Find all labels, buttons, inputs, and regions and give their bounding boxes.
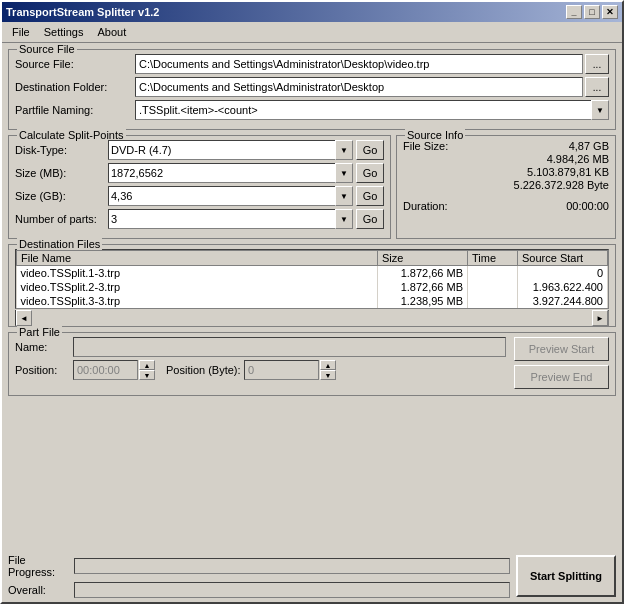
- partfile-label: Partfile Naming:: [15, 104, 135, 116]
- progress-area: File Progress: Overall:: [8, 554, 510, 598]
- col-header-time: Time: [468, 251, 518, 266]
- main-window: TransportStream Splitter v1.2 _ □ ✕ File…: [0, 0, 624, 604]
- row1-source-start: 0: [518, 266, 608, 281]
- row1-time: [468, 266, 518, 281]
- num-parts-dropdown-wrapper: ▼: [108, 209, 353, 229]
- size-mb-dropdown-wrapper: ▼: [108, 163, 353, 183]
- position-spin-down[interactable]: ▼: [139, 370, 155, 380]
- byte-spin-down[interactable]: ▼: [320, 370, 336, 380]
- file-size-row: File Size: 4,87 GB: [403, 140, 609, 152]
- part-file-group: Part File Name: Position: ▲ ▼: [8, 332, 616, 396]
- partfile-dropdown-wrapper: ▼: [135, 100, 609, 120]
- scroll-track[interactable]: [32, 310, 592, 326]
- menu-about[interactable]: About: [91, 24, 132, 40]
- part-name-label: Name:: [15, 341, 70, 353]
- byte-spin-up[interactable]: ▲: [320, 360, 336, 370]
- bottom-area: File Progress: Overall: Start Splitting: [2, 550, 622, 602]
- source-file-input[interactable]: [135, 54, 583, 74]
- size-mb-row: Size (MB): ▼ Go: [15, 163, 384, 183]
- calculate-group: Calculate Split-Points Disk-Type: ▼ Go S…: [8, 135, 391, 239]
- row3-size: 1.238,95 MB: [378, 294, 468, 308]
- destination-row: Destination Folder: ...: [15, 77, 609, 97]
- position-time-input[interactable]: [73, 360, 138, 380]
- close-button[interactable]: ✕: [602, 5, 618, 19]
- position-byte-label: Position (Byte):: [166, 364, 241, 376]
- part-file-section: Name: Position: ▲ ▼ Position (Byte):: [15, 337, 609, 389]
- file-progress-bar: [74, 558, 510, 574]
- start-splitting-button[interactable]: Start Splitting: [516, 555, 616, 597]
- source-info-grid: File Size: 4,87 GB 4.984,26 MB 5.103.879…: [403, 140, 609, 212]
- destination-files-group: Destination Files File Name Size Time So…: [8, 244, 616, 327]
- table-header-row: File Name Size Time Source Start: [17, 251, 608, 266]
- row3-source-start: 3.927.244.800: [518, 294, 608, 308]
- maximize-button[interactable]: □: [584, 5, 600, 19]
- position-spin-up[interactable]: ▲: [139, 360, 155, 370]
- table-row[interactable]: video.TSSplit.2-3.trp 1.872,66 MB 1.963.…: [17, 280, 608, 294]
- source-file-label: Source File:: [15, 58, 135, 70]
- horizontal-scrollbar[interactable]: ◄ ►: [15, 310, 609, 326]
- size-mb-arrow[interactable]: ▼: [335, 163, 353, 183]
- scroll-right-button[interactable]: ►: [592, 310, 608, 326]
- preview-start-button[interactable]: Preview Start: [514, 337, 609, 361]
- table-row[interactable]: video.TSSplit.1-3.trp 1.872,66 MB 0: [17, 266, 608, 281]
- col-header-name: File Name: [17, 251, 378, 266]
- destination-label: Destination Folder:: [15, 81, 135, 93]
- table-row[interactable]: video.TSSplit.3-3.trp 1.238,95 MB 3.927.…: [17, 294, 608, 308]
- disk-type-label: Disk-Type:: [15, 144, 105, 156]
- file-size-value-2: 4.984,26 MB: [547, 153, 609, 165]
- size-gb-dropdown-wrapper: ▼: [108, 186, 353, 206]
- minimize-button[interactable]: _: [566, 5, 582, 19]
- disk-type-input[interactable]: [108, 140, 353, 160]
- position-byte-input[interactable]: [244, 360, 319, 380]
- partfile-dropdown-arrow[interactable]: ▼: [591, 100, 609, 120]
- size-gb-input[interactable]: [108, 186, 353, 206]
- part-file-right: Preview Start Preview End: [514, 337, 609, 389]
- file-size-row-3: 5.103.879,81 KB: [403, 166, 609, 178]
- size-mb-go-button[interactable]: Go: [356, 163, 384, 183]
- disk-type-go-button[interactable]: Go: [356, 140, 384, 160]
- time-input-wrapper: ▲ ▼: [73, 360, 155, 380]
- num-parts-go-button[interactable]: Go: [356, 209, 384, 229]
- scroll-left-button[interactable]: ◄: [16, 310, 32, 326]
- part-name-input[interactable]: [73, 337, 506, 357]
- title-bar-buttons: _ □ ✕: [566, 5, 618, 19]
- byte-input-wrapper: ▲ ▼: [244, 360, 336, 380]
- window-title: TransportStream Splitter v1.2: [6, 6, 159, 18]
- partfile-input[interactable]: [135, 100, 609, 120]
- size-gb-arrow[interactable]: ▼: [335, 186, 353, 206]
- disk-type-arrow[interactable]: ▼: [335, 140, 353, 160]
- size-gb-label: Size (GB):: [15, 190, 105, 202]
- row1-size: 1.872,66 MB: [378, 266, 468, 281]
- destination-input[interactable]: [135, 77, 583, 97]
- size-mb-label: Size (MB):: [15, 167, 105, 179]
- file-progress-label: File Progress:: [8, 554, 68, 578]
- part-position-label: Position:: [15, 364, 70, 376]
- num-parts-arrow[interactable]: ▼: [335, 209, 353, 229]
- title-bar: TransportStream Splitter v1.2 _ □ ✕: [2, 2, 622, 22]
- size-mb-input[interactable]: [108, 163, 353, 183]
- duration-label: Duration:: [403, 200, 448, 212]
- part-file-group-label: Part File: [17, 326, 62, 338]
- destination-table: File Name Size Time Source Start video.T…: [16, 250, 608, 308]
- content-area: Source File Source File: ... Destination…: [2, 43, 622, 550]
- source-info-group: Source Info File Size: 4,87 GB 4.984,26 …: [396, 135, 616, 239]
- file-size-row-2: 4.984,26 MB: [403, 153, 609, 165]
- col-header-source-start: Source Start: [518, 251, 608, 266]
- row2-name: video.TSSplit.2-3.trp: [17, 280, 378, 294]
- byte-spinner: ▲ ▼: [320, 360, 336, 380]
- source-file-browse-button[interactable]: ...: [585, 54, 609, 74]
- overall-progress-row: Overall:: [8, 582, 510, 598]
- row2-time: [468, 280, 518, 294]
- size-gb-go-button[interactable]: Go: [356, 186, 384, 206]
- num-parts-input[interactable]: [108, 209, 353, 229]
- preview-end-button[interactable]: Preview End: [514, 365, 609, 389]
- menu-settings[interactable]: Settings: [38, 24, 90, 40]
- row1-name: video.TSSplit.1-3.trp: [17, 266, 378, 281]
- row3-name: video.TSSplit.3-3.trp: [17, 294, 378, 308]
- row2-size: 1.872,66 MB: [378, 280, 468, 294]
- menu-file[interactable]: File: [6, 24, 36, 40]
- position-spinner: ▲ ▼: [139, 360, 155, 380]
- destination-browse-button[interactable]: ...: [585, 77, 609, 97]
- num-parts-row: Number of parts: ▼ Go: [15, 209, 384, 229]
- row3-time: [468, 294, 518, 308]
